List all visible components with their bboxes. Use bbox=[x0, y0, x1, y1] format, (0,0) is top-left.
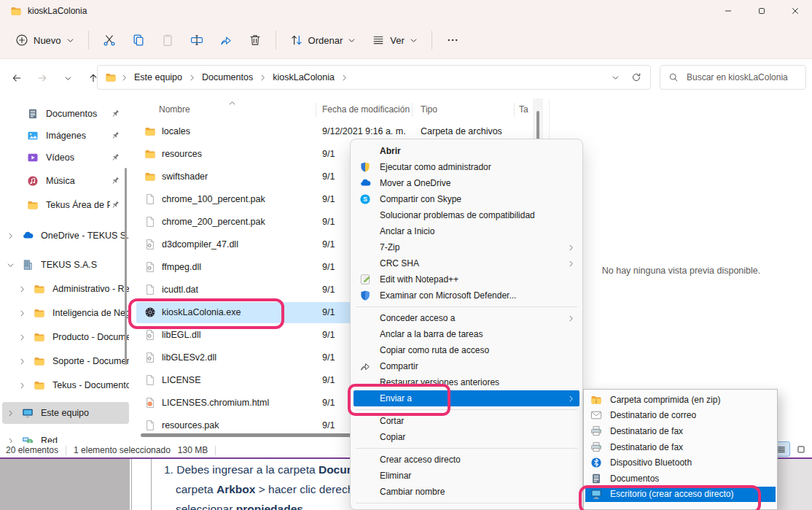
title-bar: kioskLaColonia bbox=[0, 0, 812, 22]
send-to-item-destinatario-de-fax[interactable]: Destinatario de fax bbox=[585, 423, 776, 439]
sidebar-item-im-genes[interactable]: Imágenes bbox=[2, 125, 129, 147]
expander-chevron-right-icon[interactable] bbox=[18, 333, 26, 341]
close-button[interactable] bbox=[778, 0, 812, 22]
folder-icon bbox=[144, 148, 156, 160]
context-menu-item-compartir-con-skype[interactable]: SCompartir con Skype bbox=[354, 191, 579, 207]
context-menu-item-anclar-a-la-barra-de-tareas[interactable]: Anclar a la barra de tareas bbox=[354, 326, 579, 342]
chevron-down-button[interactable] bbox=[612, 74, 620, 82]
send-to-item-escritorio-crear-acceso-directo[interactable]: Escritorio (crear acceso directo) bbox=[585, 487, 776, 503]
context-menu-item-copiar[interactable]: Copiar bbox=[354, 429, 579, 445]
context-menu-item-crear-acceso-directo[interactable]: Crear acceso directo bbox=[354, 452, 579, 468]
expander-chevron-right-icon[interactable] bbox=[7, 232, 15, 240]
music-icon bbox=[27, 175, 39, 187]
sidebar-item-producto-docume[interactable]: Producto - Docume bbox=[2, 326, 129, 348]
expander-chevron-down-icon[interactable] bbox=[7, 261, 15, 269]
column-header-fecha[interactable]: Fecha de modificación bbox=[322, 104, 410, 115]
context-menu-item-mover-a-onedrive[interactable]: Mover a OneDrive bbox=[354, 175, 579, 191]
sidebar-item-m-sica[interactable]: Música bbox=[2, 170, 129, 192]
sidebar-item-tekus-rea-de-pro[interactable]: Tekus Área de Pro bbox=[2, 194, 129, 216]
context-menu-item-ejecutar-como-administrador[interactable]: Ejecutar como administrador bbox=[354, 159, 579, 175]
forward-button[interactable] bbox=[33, 66, 52, 90]
column-header-tipo[interactable]: Tipo bbox=[421, 104, 437, 115]
sidebar-item-tekus-documentos[interactable]: Tekus - Documentos bbox=[2, 374, 129, 396]
context-menu-item-cambiar-nombre[interactable]: Cambiar nombre bbox=[354, 484, 579, 500]
column-header-nombre[interactable]: Nombre bbox=[159, 104, 190, 115]
chevron-right-icon bbox=[567, 395, 575, 403]
search-input[interactable] bbox=[685, 72, 797, 83]
context-menu-item-conceder-acceso-a[interactable]: Conceder acceso a bbox=[354, 310, 579, 326]
breadcrumb[interactable]: Este equipoDocumentoskioskLaColonia bbox=[97, 65, 651, 90]
search-icon bbox=[668, 72, 679, 82]
column-header-tamano[interactable]: Tamaño bbox=[519, 104, 528, 115]
context-menu-item-compartir[interactable]: Compartir bbox=[354, 358, 579, 374]
file-date: 9/1 bbox=[322, 171, 335, 182]
paste-button[interactable] bbox=[153, 28, 182, 53]
refresh-icon bbox=[631, 72, 641, 82]
context-menu-item-propiedades[interactable]: Propiedades bbox=[354, 506, 579, 510]
send-to-item-destinatario-de-fax[interactable]: Destinatario de fax bbox=[585, 439, 776, 455]
sidebar-item-administrativo-re[interactable]: Administrativo - Re bbox=[2, 278, 129, 300]
send-to-item-documentos[interactable]: Documentos bbox=[585, 471, 776, 487]
ver-button[interactable]: Ver bbox=[364, 28, 426, 53]
trash-button[interactable] bbox=[241, 28, 270, 53]
column-divider[interactable] bbox=[316, 103, 316, 117]
expander-chevron-right-icon[interactable] bbox=[18, 285, 26, 293]
copy-button[interactable] bbox=[124, 28, 153, 53]
send-to-item-carpeta-comprimida-en-zip[interactable]: Carpeta comprimida (en zip) bbox=[585, 392, 776, 408]
ordenar-button[interactable]: Ordenar bbox=[282, 28, 364, 53]
icons-view-button[interactable] bbox=[792, 441, 810, 457]
chevron-down-button[interactable] bbox=[58, 66, 77, 90]
context-menu-item-7-zip[interactable]: 7-Zip bbox=[354, 239, 579, 255]
breadcrumb-segment-kiosklacolonia[interactable]: kioskLaColonia bbox=[268, 70, 340, 85]
ellipsis-button[interactable] bbox=[438, 28, 467, 53]
window-folder-icon bbox=[10, 5, 22, 17]
expander-chevron-right-icon[interactable] bbox=[7, 409, 15, 417]
send-to-submenu: Carpeta comprimida (en zip)Destinatario … bbox=[583, 389, 778, 510]
maximize-button[interactable] bbox=[745, 0, 778, 22]
rename-icon bbox=[190, 34, 203, 47]
menu-divider bbox=[356, 409, 577, 410]
sidebar-item-tekus-s-a-s[interactable]: TEKUS S.A.S bbox=[2, 254, 129, 276]
context-menu-item-crc-sha[interactable]: CRC SHA bbox=[354, 255, 579, 271]
sidebar-scrollbar[interactable] bbox=[125, 168, 127, 365]
minimize-button[interactable] bbox=[711, 0, 745, 22]
context-menu-item-examinar-con-microsoft-defender[interactable]: Examinar con Microsoft Defender... bbox=[354, 287, 579, 304]
column-divider[interactable] bbox=[514, 103, 515, 117]
sidebar-item-soporte-document[interactable]: Soporte - Document bbox=[2, 350, 129, 372]
breadcrumb-segment-este-equipo[interactable]: Este equipo bbox=[129, 70, 187, 85]
context-menu-item-eliminar[interactable]: Eliminar bbox=[354, 468, 579, 484]
context-menu-item-cortar[interactable]: Cortar bbox=[354, 413, 579, 429]
column-divider[interactable] bbox=[412, 103, 413, 117]
back-button[interactable] bbox=[7, 66, 26, 90]
context-menu-item-copiar-como-ruta-de-acceso[interactable]: Copiar como ruta de acceso bbox=[354, 342, 579, 358]
file-date: 9/1 bbox=[322, 330, 335, 340]
context-menu-item-enviar-a[interactable]: Enviar a bbox=[354, 390, 579, 406]
sidebar-item-label: Administrativo - Re bbox=[52, 284, 129, 294]
expander-chevron-right-icon[interactable] bbox=[18, 358, 26, 366]
context-menu-item-abrir[interactable]: Abrir bbox=[354, 143, 579, 159]
expander-chevron-right-icon[interactable] bbox=[18, 382, 26, 390]
sidebar-item-inteligencia-de-nego[interactable]: Inteligencia de Nego bbox=[2, 302, 129, 324]
sidebar-item-documentos[interactable]: Documentos bbox=[2, 103, 129, 125]
context-menu-item-anclar-a-inicio[interactable]: Anclar a Inicio bbox=[354, 223, 579, 239]
sidebar-item-v-deos[interactable]: Vídeos bbox=[2, 147, 129, 169]
breadcrumb-segment-documentos[interactable]: Documentos bbox=[197, 70, 258, 85]
send-to-item-dispositivo-bluetooth[interactable]: Dispositivo Bluetooth bbox=[585, 455, 776, 471]
send-to-item-destinatario-de-correo[interactable]: Destinatario de correo bbox=[585, 408, 776, 424]
file-date: 9/1 bbox=[322, 194, 335, 204]
sidebar-item-onedrive-tekus-s-a[interactable]: OneDrive - TEKUS S.A bbox=[2, 225, 129, 247]
search-box[interactable] bbox=[660, 65, 806, 90]
rename-button[interactable] bbox=[182, 28, 211, 53]
sidebar-item-este-equipo[interactable]: Este equipo bbox=[2, 402, 129, 424]
cut-button[interactable] bbox=[95, 28, 124, 53]
share-arrow-button[interactable] bbox=[211, 28, 241, 53]
context-menu-item-edit-with-notepad[interactable]: Edit with Notepad++ bbox=[354, 271, 579, 287]
context-menu-item-solucionar-problemas-de-compatibilidad[interactable]: Solucionar problemas de compatibilidad bbox=[354, 207, 579, 223]
expander-chevron-right-icon[interactable] bbox=[18, 309, 26, 317]
nuevo-button[interactable]: Nuevo bbox=[7, 28, 82, 53]
context-menu-item-restaurar-versiones-anteriores[interactable]: Restaurar versiones anteriores bbox=[354, 374, 579, 390]
sidebar-item-red[interactable]: Red bbox=[2, 430, 129, 444]
cut-icon bbox=[103, 34, 116, 47]
file-name: LICENSES.chromium.html bbox=[162, 398, 269, 408]
refresh-button[interactable] bbox=[631, 72, 641, 82]
